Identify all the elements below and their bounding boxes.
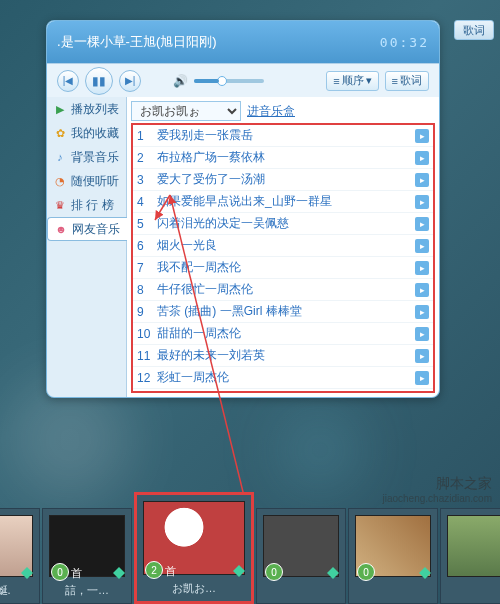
track-name: 甜甜的一周杰伦 bbox=[157, 325, 409, 342]
count-badge: 0 bbox=[51, 563, 69, 581]
crown-icon: ♛ bbox=[53, 198, 67, 212]
external-lyrics-button[interactable]: 歌词 bbox=[454, 20, 494, 40]
add-icon[interactable]: ▸ bbox=[415, 217, 429, 231]
sidebar-item-playlist[interactable]: ▶播放列表 bbox=[47, 97, 126, 121]
dock-label bbox=[441, 583, 500, 603]
main-panel: お凯お凯ぉ 进音乐盒 1爱我别走一张震岳▸2布拉格广场一蔡依林▸3爱大了受伤了一… bbox=[127, 97, 439, 397]
dock-label: お凯お… bbox=[137, 581, 251, 601]
pause-button[interactable]: ▮▮ bbox=[85, 67, 113, 95]
track-row[interactable]: 7我不配一周杰伦▸ bbox=[133, 257, 433, 279]
track-row[interactable]: 5闪着泪光的决定一吴佩慈▸ bbox=[133, 213, 433, 235]
dock-item-selected[interactable]: 2 首 お凯お… bbox=[134, 492, 254, 604]
track-number: 12 bbox=[137, 371, 151, 385]
dock-item[interactable]: 0首 誩，一… bbox=[42, 508, 132, 604]
track-name: 彩虹一周杰伦 bbox=[157, 369, 409, 386]
add-icon[interactable]: ▸ bbox=[415, 129, 429, 143]
lyrics-button[interactable]: ≡ 歌词 bbox=[385, 71, 429, 91]
track-number: 8 bbox=[137, 283, 151, 297]
track-name: 布拉格广场一蔡依林 bbox=[157, 149, 409, 166]
track-number: 1 bbox=[137, 129, 151, 143]
track-name: 烟火一光良 bbox=[157, 237, 409, 254]
track-row[interactable]: 4如果爱能早点说出来_山野一群星▸ bbox=[133, 191, 433, 213]
dock-label bbox=[257, 583, 345, 603]
avatar bbox=[0, 515, 33, 577]
track-number: 9 bbox=[137, 305, 151, 319]
add-icon[interactable]: ▸ bbox=[415, 327, 429, 341]
add-icon[interactable]: ▸ bbox=[415, 173, 429, 187]
track-name: 爱我别走一张震岳 bbox=[157, 127, 409, 144]
dock-item[interactable]: 0 bbox=[256, 508, 346, 604]
track-name: 牛仔很忙一周杰伦 bbox=[157, 281, 409, 298]
track-row[interactable]: 10甜甜的一周杰伦▸ bbox=[133, 323, 433, 345]
music-player-window: .是一棵小草-王旭(旭日阳刚) 00:32 |◀ ▮▮ ▶| 🔊 ≡ 顺序 ▾ … bbox=[46, 20, 440, 398]
track-row[interactable]: 1爱我别走一张震岳▸ bbox=[133, 125, 433, 147]
count-badge: 2 bbox=[145, 561, 163, 579]
track-row[interactable]: 6烟火一光良▸ bbox=[133, 235, 433, 257]
track-name: 闪着泪光的决定一吴佩慈 bbox=[157, 215, 409, 232]
avatar bbox=[447, 515, 500, 577]
track-row[interactable]: 12彩虹一周杰伦▸ bbox=[133, 367, 433, 389]
track-number: 4 bbox=[137, 195, 151, 209]
elapsed-time: 00:32 bbox=[380, 35, 429, 50]
track-name: 苦茶 (插曲) 一黑Girl 棒棒堂 bbox=[157, 303, 409, 320]
next-button[interactable]: ▶| bbox=[119, 70, 141, 92]
sidebar-item-bgm[interactable]: ♪背景音乐 bbox=[47, 145, 126, 169]
player-controls: |◀ ▮▮ ▶| 🔊 ≡ 顺序 ▾ ≡ 歌词 bbox=[47, 63, 439, 97]
track-name: 爱大了受伤了一汤潮 bbox=[157, 171, 409, 188]
play-mode-button[interactable]: ≡ 顺序 ▾ bbox=[326, 71, 378, 91]
track-row[interactable]: 2布拉格广场一蔡依林▸ bbox=[133, 147, 433, 169]
play-icon: ▶ bbox=[53, 102, 67, 116]
add-icon[interactable]: ▸ bbox=[415, 151, 429, 165]
track-name: 如果爱能早点说出来_山野一群星 bbox=[157, 193, 409, 210]
dock-label: . 燻娫. bbox=[0, 583, 39, 603]
add-icon[interactable]: ▸ bbox=[415, 239, 429, 253]
music-box-link[interactable]: 进音乐盒 bbox=[247, 103, 295, 120]
star-icon: ✿ bbox=[53, 126, 67, 140]
friends-icon: ☻ bbox=[54, 222, 68, 236]
dock-label bbox=[349, 583, 437, 603]
track-number: 6 bbox=[137, 239, 151, 253]
now-playing-text: .是一棵小草-王旭(旭日阳刚) bbox=[57, 33, 217, 51]
track-number: 3 bbox=[137, 173, 151, 187]
count-badge: 0 bbox=[265, 563, 283, 581]
add-icon[interactable]: ▸ bbox=[415, 305, 429, 319]
dock-label: 誩，一… bbox=[43, 583, 131, 603]
watermark: 脚本之家 jiaocheng.chazidian.com bbox=[382, 475, 492, 504]
dock-item[interactable] bbox=[440, 508, 500, 604]
track-row[interactable]: 8牛仔很忙一周杰伦▸ bbox=[133, 279, 433, 301]
track-row[interactable]: 9苦茶 (插曲) 一黑Girl 棒棒堂▸ bbox=[133, 301, 433, 323]
sidebar-item-favorites[interactable]: ✿我的收藏 bbox=[47, 121, 126, 145]
sidebar-item-friend-music[interactable]: ☻网友音乐 bbox=[47, 217, 127, 241]
count-badge: 0 bbox=[357, 563, 375, 581]
track-number: 10 bbox=[137, 327, 151, 341]
track-number: 5 bbox=[137, 217, 151, 231]
sidebar-item-ranking[interactable]: ♛排 行 榜 bbox=[47, 193, 126, 217]
playlist: 1爱我别走一张震岳▸2布拉格广场一蔡依林▸3爱大了受伤了一汤潮▸4如果爱能早点说… bbox=[131, 123, 435, 393]
track-name: 最好的未来一刘若英 bbox=[157, 347, 409, 364]
track-name: 我不配一周杰伦 bbox=[157, 259, 409, 276]
dock-item[interactable]: 0首 . 燻娫. bbox=[0, 508, 40, 604]
track-number: 2 bbox=[137, 151, 151, 165]
add-icon[interactable]: ▸ bbox=[415, 195, 429, 209]
track-row[interactable]: 3爱大了受伤了一汤潮▸ bbox=[133, 169, 433, 191]
friend-selector[interactable]: お凯お凯ぉ bbox=[131, 101, 241, 121]
add-icon[interactable]: ▸ bbox=[415, 283, 429, 297]
sidebar: ▶播放列表 ✿我的收藏 ♪背景音乐 ◔随便听听 ♛排 行 榜 ☻网友音乐 bbox=[47, 97, 127, 397]
add-icon[interactable]: ▸ bbox=[415, 371, 429, 385]
volume-slider[interactable] bbox=[194, 79, 264, 83]
music-icon: ♪ bbox=[53, 150, 67, 164]
friends-dock: 0首 . 燻娫. 0首 誩，一… 2 首 お凯お… 0 0 bbox=[0, 508, 500, 604]
dock-item[interactable]: 0 bbox=[348, 508, 438, 604]
prev-button[interactable]: |◀ bbox=[57, 70, 79, 92]
add-icon[interactable]: ▸ bbox=[415, 349, 429, 363]
track-number: 11 bbox=[137, 349, 151, 363]
track-row[interactable]: 11最好的未来一刘若英▸ bbox=[133, 345, 433, 367]
volume-icon[interactable]: 🔊 bbox=[173, 74, 188, 88]
headphone-icon: ◔ bbox=[53, 174, 67, 188]
sidebar-item-random[interactable]: ◔随便听听 bbox=[47, 169, 126, 193]
titlebar[interactable]: .是一棵小草-王旭(旭日阳刚) 00:32 bbox=[47, 21, 439, 63]
track-number: 7 bbox=[137, 261, 151, 275]
add-icon[interactable]: ▸ bbox=[415, 261, 429, 275]
